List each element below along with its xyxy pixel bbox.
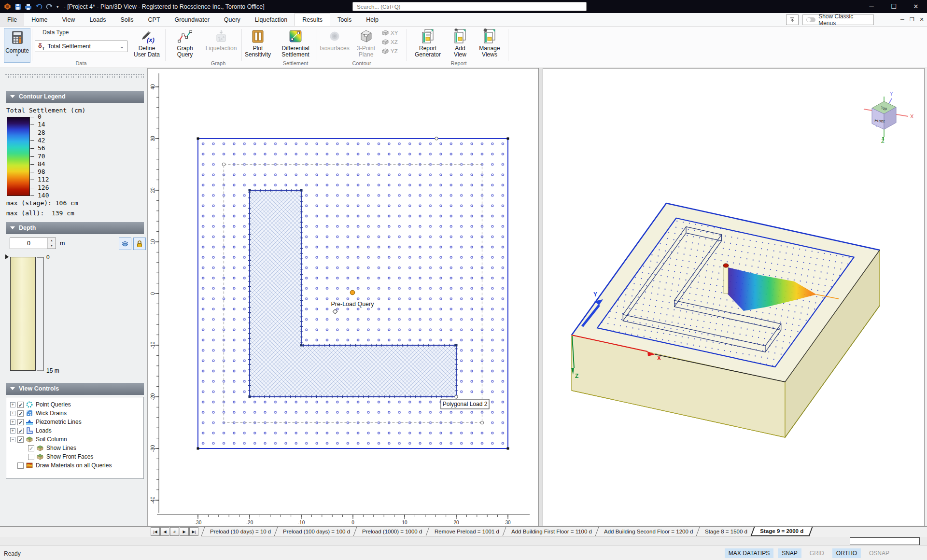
ribbon-group-report: Report: [450, 60, 466, 66]
query-point[interactable]: [350, 290, 355, 295]
maximize-icon[interactable]: ☐: [883, 0, 905, 13]
stage-tab-7[interactable]: Stage 8 = 1500 d: [696, 527, 756, 536]
tree-item-point-queries[interactable]: +✓Point Queries: [6, 400, 143, 409]
close-icon[interactable]: ✕: [905, 0, 927, 13]
manage-views-button[interactable]: Manage Views: [475, 28, 504, 64]
differential-settlement-button[interactable]: Differential Settlement: [276, 28, 315, 64]
tab-liquefaction[interactable]: Liquefaction: [248, 13, 295, 26]
stage-tab-3[interactable]: Preload (1000) = 1000 d: [353, 527, 432, 536]
orientation-cube[interactable]: Top Front X Y Z: [864, 91, 914, 144]
tree-item-show-lines[interactable]: ✓Show Lines: [6, 444, 143, 452]
checkbox-checked[interactable]: ✓: [17, 402, 24, 408]
status-toggle-snap[interactable]: SNAP: [778, 548, 801, 558]
tab-cpt[interactable]: CPT: [141, 13, 168, 26]
spinner-arrows[interactable]: ▲▼: [47, 238, 56, 249]
tab-soils[interactable]: Soils: [113, 13, 140, 26]
svg-text:X: X: [910, 113, 914, 119]
stage-tab-4[interactable]: Remove Preload = 1001 d: [425, 527, 508, 536]
checkbox-checked[interactable]: ✓: [17, 410, 24, 417]
svg-text:Polygonal Load 2: Polygonal Load 2: [443, 401, 488, 407]
checkbox-checked[interactable]: ✓: [17, 428, 24, 434]
tab-view[interactable]: View: [55, 13, 83, 26]
qat-customize-icon[interactable]: ▾: [56, 4, 59, 9]
next-stage-button[interactable]: ▶: [180, 527, 189, 536]
depth-spinner[interactable]: ▲▼: [10, 238, 56, 249]
previous-stage-button[interactable]: ◀: [160, 527, 169, 536]
mdi-restore-icon[interactable]: ❐: [908, 14, 916, 24]
tree-item-draw-materials-on-all-queries[interactable]: Draw Materials on all Queries: [6, 461, 143, 470]
print-icon[interactable]: [25, 3, 32, 10]
compute-button[interactable]: Compute ▾: [4, 28, 30, 63]
tree-item-piezometric-lines[interactable]: +✓Piezometric Lines: [6, 418, 143, 426]
view-controls-header[interactable]: View Controls: [6, 383, 144, 395]
tab-file[interactable]: File: [0, 13, 24, 26]
expand-icon[interactable]: +: [10, 402, 15, 407]
depth-input[interactable]: [10, 238, 47, 249]
save-icon[interactable]: [14, 3, 21, 10]
last-stage-button[interactable]: ▶|: [189, 527, 198, 536]
stage-tab-5[interactable]: Add Building First Floor = 1100 d: [502, 527, 601, 536]
minimize-icon[interactable]: ─: [860, 0, 883, 13]
stage-time-edit-box[interactable]: [850, 537, 920, 545]
checkbox-checked[interactable]: ✓: [17, 419, 24, 425]
depth-header[interactable]: Depth: [6, 222, 144, 234]
tab-results[interactable]: Results: [295, 13, 330, 26]
status-toggle-ortho[interactable]: ORTHO: [832, 548, 861, 558]
tab-query[interactable]: Query: [217, 13, 248, 26]
tab-help[interactable]: Help: [359, 13, 386, 26]
collapse-ribbon-icon[interactable]: [786, 14, 799, 25]
contour-legend-header[interactable]: Contour Legend: [6, 91, 144, 103]
define-user-data-button[interactable]: (x) Define User Data: [129, 28, 164, 64]
stage-tab-2[interactable]: Preload (100 days) = 100 d: [274, 527, 359, 536]
checkbox-checked[interactable]: ✓: [28, 445, 34, 451]
checkbox-unchecked[interactable]: [28, 454, 34, 460]
expand-icon[interactable]: +: [10, 411, 15, 416]
stage-list-button[interactable]: #: [170, 527, 179, 536]
tree-item-soil-column[interactable]: −✓Soil Column: [6, 435, 143, 444]
first-stage-button[interactable]: |◀: [151, 527, 160, 536]
lock-depth-button[interactable]: [133, 238, 146, 250]
graph-query-button[interactable]: Graph Query: [168, 28, 202, 64]
horizontal-scroll-row[interactable]: [0, 537, 927, 546]
query-point-3d[interactable]: [723, 264, 729, 267]
plan-view-pane[interactable]: 403020100-10-20-30-40-30-20-100102030: [148, 68, 539, 526]
tab-groundwater[interactable]: Groundwater: [168, 13, 217, 26]
tree-item-loads[interactable]: +✓Loads: [6, 426, 143, 435]
undo-icon[interactable]: [35, 3, 42, 10]
tree-item-wick-drains[interactable]: +✓Wick Drains: [6, 409, 143, 418]
status-toggle-grid[interactable]: GRID: [806, 548, 828, 558]
soil-scale-top: 0: [46, 254, 50, 261]
data-type-select[interactable]: δT Total Settlement ⌄: [35, 41, 127, 52]
tree-item-label: Piezometric Lines: [36, 419, 82, 425]
three-point-plane-button: 3-Point Plane: [352, 28, 379, 64]
collapse-icon[interactable]: −: [10, 437, 15, 442]
apply-depth-all-views-button[interactable]: [119, 238, 131, 250]
pane-splitter[interactable]: [539, 68, 543, 526]
redo-icon[interactable]: [46, 3, 53, 10]
panel-drag-handle[interactable]: [5, 73, 144, 78]
stage-tab-1[interactable]: Preload (10 days) = 10 d: [201, 527, 280, 536]
legend-tick-line: [30, 196, 34, 196]
tab-loads[interactable]: Loads: [82, 13, 113, 26]
view-3d-pane[interactable]: X Y Z Top Front X Y Z: [543, 68, 925, 526]
stage-tab-6[interactable]: Add Building Second Floor = 1200 d: [595, 527, 702, 536]
expand-icon[interactable]: +: [10, 420, 15, 425]
mdi-close-icon[interactable]: ✕: [917, 14, 926, 24]
tab-tools[interactable]: Tools: [330, 13, 359, 26]
report-generator-button[interactable]: Report Generator: [409, 28, 446, 64]
checkbox-unchecked[interactable]: [17, 462, 24, 469]
add-view-button[interactable]: Add View: [448, 28, 472, 64]
contour-yz-button: YZ: [381, 48, 398, 54]
depth-marker-icon[interactable]: [5, 254, 9, 259]
search-input[interactable]: [352, 2, 587, 11]
stage-tab-8[interactable]: Stage 9 = 2000 d: [750, 527, 813, 536]
show-classic-menus-toggle[interactable]: Show Classic Menus: [802, 14, 874, 25]
mdi-minimize-icon[interactable]: ─: [898, 14, 907, 24]
status-toggle-max-datatips[interactable]: MAX DATATIPS: [725, 548, 773, 558]
status-toggle-osnap[interactable]: OSNAP: [865, 548, 893, 558]
plot-sensitivity-button[interactable]: Plot Sensitivity: [241, 28, 274, 64]
tab-home[interactable]: Home: [24, 13, 55, 26]
checkbox-checked[interactable]: ✓: [17, 436, 24, 443]
tree-item-show-front-faces[interactable]: Show Front Faces: [6, 452, 143, 461]
expand-icon[interactable]: +: [10, 428, 15, 434]
